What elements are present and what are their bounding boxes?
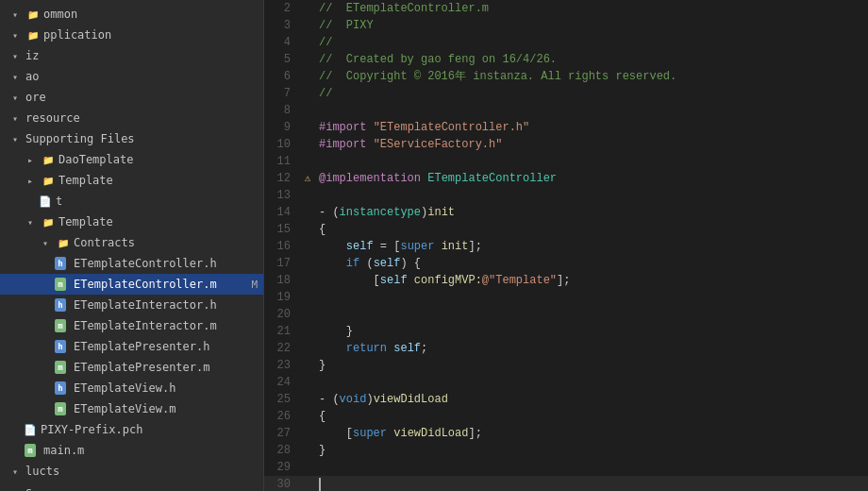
code-line-10: 10 #import "EServiceFactory.h" bbox=[264, 136, 868, 153]
expand-icon bbox=[38, 235, 53, 250]
sidebar-item-application[interactable]: 📁 pplication bbox=[0, 25, 263, 45]
sidebar-item-etemplate-interactor-h[interactable]: h ETemplateInteractor.h bbox=[0, 295, 263, 315]
code-line-22: 22 return self; bbox=[264, 340, 868, 357]
warning-gutter bbox=[300, 221, 315, 238]
sidebar-item-label: ETemplateView.h bbox=[74, 381, 175, 395]
code-text: return self; bbox=[315, 340, 868, 357]
expand-icon bbox=[8, 90, 23, 105]
sidebar-item-ore[interactable]: ore bbox=[0, 87, 263, 108]
sidebar-item-contracts[interactable]: 📁 Contracts bbox=[0, 232, 263, 253]
line-number: 19 bbox=[264, 289, 300, 306]
code-text: { bbox=[315, 408, 868, 425]
code-text bbox=[315, 459, 868, 476]
folder-icon: 📁 bbox=[41, 214, 56, 229]
sidebar-item-template1[interactable]: 📁 Template bbox=[0, 170, 263, 191]
code-text bbox=[315, 153, 868, 170]
warning-gutter bbox=[300, 153, 315, 170]
sidebar-item-t[interactable]: 📄 t bbox=[0, 191, 263, 212]
expand-icon bbox=[23, 152, 38, 167]
expand-icon bbox=[8, 131, 23, 146]
file-h-icon: h bbox=[53, 297, 68, 313]
code-text: } bbox=[315, 357, 868, 374]
code-text: @implementation ETemplateController bbox=[315, 170, 868, 187]
expand-icon bbox=[8, 464, 23, 479]
warning-gutter bbox=[300, 136, 315, 153]
code-text bbox=[315, 289, 868, 306]
code-line-2: 2 // ETemplateController.m bbox=[264, 0, 868, 17]
folder-icon: 📁 bbox=[25, 7, 41, 22]
code-line-29: 29 bbox=[264, 459, 868, 476]
sidebar-item-label: t bbox=[56, 195, 62, 208]
file-h-icon: h bbox=[53, 339, 68, 354]
warning-gutter bbox=[300, 476, 315, 491]
code-content: 2 // ETemplateController.m 3 // PIXY 4 /… bbox=[264, 0, 868, 491]
warning-gutter bbox=[300, 0, 315, 17]
sidebar-item-etemplate-view-h[interactable]: h ETemplateView.h bbox=[0, 378, 263, 398]
warning-gutter bbox=[300, 357, 315, 374]
sidebar-item-etemplate-controller-m[interactable]: m ETemplateController.m M bbox=[0, 274, 263, 295]
warning-gutter bbox=[300, 391, 315, 408]
code-text: { bbox=[315, 221, 868, 238]
code-line-19: 19 bbox=[264, 289, 868, 306]
line-number: 25 bbox=[264, 391, 300, 408]
line-number: 4 bbox=[264, 34, 300, 51]
code-line-6: 6 // Copyright © 2016年 instanza. All rig… bbox=[264, 68, 868, 85]
sidebar-item-common[interactable]: 📁 ommon bbox=[0, 4, 263, 25]
code-line-18: 18 [self configMVP:@"Template"]; bbox=[264, 272, 868, 289]
sidebar-item-lucts[interactable]: lucts bbox=[0, 461, 263, 482]
sidebar-item-label: ETemplateInteractor.m bbox=[74, 319, 217, 332]
warning-gutter bbox=[300, 255, 315, 272]
sidebar-item-pixy-prefix[interactable]: 📄 PIXY-Prefix.pch bbox=[0, 419, 263, 440]
sidebar-item-etemplate-view-m[interactable]: m ETemplateView.m bbox=[0, 398, 263, 419]
code-text: // bbox=[315, 85, 868, 102]
expand-icon bbox=[23, 173, 38, 188]
sidebar-item-etemplate-presenter-m[interactable]: m ETemplatePresenter.m bbox=[0, 357, 263, 378]
code-text: // bbox=[315, 34, 868, 51]
sidebar-item-label: ao bbox=[25, 70, 39, 83]
code-line-7: 7 // bbox=[264, 85, 868, 102]
code-text: } bbox=[315, 323, 868, 340]
line-number: 6 bbox=[264, 68, 300, 85]
sidebar-item-main-m[interactable]: m main.m bbox=[0, 440, 263, 461]
line-number: 10 bbox=[264, 136, 300, 153]
line-number: 11 bbox=[264, 153, 300, 170]
file-navigator[interactable]: 📁 ommon 📁 pplication iz ao ore resource … bbox=[0, 0, 264, 491]
file-m-icon: m bbox=[53, 401, 68, 416]
sidebar-item-label: Template bbox=[58, 215, 113, 229]
sidebar-item-supporting-files[interactable]: Supporting Files bbox=[0, 128, 263, 149]
file-m-icon: m bbox=[53, 360, 68, 375]
code-line-24: 24 bbox=[264, 374, 868, 391]
code-line-13: 13 bbox=[264, 187, 868, 204]
sidebar-item-label: main.m bbox=[43, 444, 84, 457]
line-number: 9 bbox=[264, 119, 300, 136]
sidebar-item-template2[interactable]: 📁 Template bbox=[0, 212, 263, 232]
line-number: 28 bbox=[264, 442, 300, 459]
line-number: 7 bbox=[264, 85, 300, 102]
line-number: 21 bbox=[264, 323, 300, 340]
file-m-icon: m bbox=[53, 318, 68, 333]
sidebar-item-s[interactable]: s bbox=[0, 482, 263, 491]
sidebar-item-etemplate-presenter-h[interactable]: h ETemplatePresenter.h bbox=[0, 336, 263, 357]
code-line-28: 28 } bbox=[264, 442, 868, 459]
warning-gutter bbox=[300, 68, 315, 85]
modified-badge: M bbox=[251, 279, 258, 291]
code-text: } bbox=[315, 442, 868, 459]
expand-icon bbox=[8, 48, 23, 63]
line-number: 27 bbox=[264, 425, 300, 442]
sidebar-item-resource[interactable]: resource bbox=[0, 108, 263, 128]
warning-icon[interactable]: ⚠ bbox=[300, 170, 315, 187]
code-line-23: 23 } bbox=[264, 357, 868, 374]
sidebar-item-label: iz bbox=[25, 49, 39, 62]
warning-gutter bbox=[300, 459, 315, 476]
code-text: // Copyright © 2016年 instanza. All right… bbox=[315, 68, 868, 85]
expand-icon bbox=[8, 7, 23, 22]
sidebar-item-ao[interactable]: ao bbox=[0, 66, 263, 87]
sidebar-item-etemplate-controller-h[interactable]: h ETemplateController.h bbox=[0, 253, 263, 274]
sidebar-item-dao-template[interactable]: 📁 DaoTemplate bbox=[0, 149, 263, 170]
code-editor[interactable]: 2 // ETemplateController.m 3 // PIXY 4 /… bbox=[264, 0, 868, 491]
code-text bbox=[315, 476, 868, 491]
file-icon: 📄 bbox=[38, 194, 53, 209]
expand-icon bbox=[23, 214, 38, 229]
sidebar-item-iz[interactable]: iz bbox=[0, 45, 263, 66]
sidebar-item-etemplate-interactor-m[interactable]: m ETemplateInteractor.m bbox=[0, 315, 263, 336]
